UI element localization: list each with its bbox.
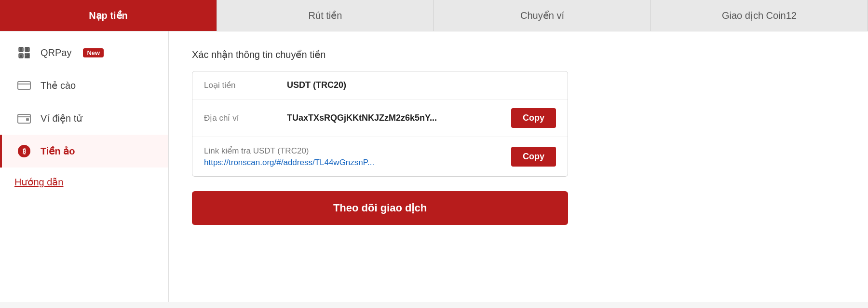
link-row: Link kiểm tra USDT (TRC20) https://trons… xyxy=(192,137,568,176)
svg-rect-7 xyxy=(25,54,26,55)
main-layout: QRPay New Thẻ cào Ví điện tử xyxy=(0,31,868,302)
section-title: Xác nhận thông tin chuyển tiền xyxy=(192,49,845,60)
theo-doi-giao-dich-button[interactable]: Theo dõi giao dịch xyxy=(192,191,568,225)
tronscan-link[interactable]: https://tronscan.org/#/address/TL44wGnzs… xyxy=(204,158,505,168)
wallet-icon xyxy=(16,111,32,126)
sidebar: QRPay New Thẻ cào Ví điện tử xyxy=(0,31,169,302)
svg-rect-4 xyxy=(27,49,28,51)
crypto-icon: ₿ xyxy=(16,143,32,159)
svg-text:₿: ₿ xyxy=(23,147,26,155)
tab-chuyen-vi[interactable]: Chuyển ví xyxy=(434,0,651,31)
sidebar-item-the-cao[interactable]: Thẻ cào xyxy=(0,69,168,102)
loai-tien-value: USDT (TRC20) xyxy=(287,80,556,90)
sidebar-vi-dien-tu-label: Ví điện tử xyxy=(41,112,82,124)
link-label: Link kiểm tra USDT (TRC20) xyxy=(204,146,505,156)
svg-rect-10 xyxy=(27,56,29,58)
link-content: Link kiểm tra USDT (TRC20) https://trons… xyxy=(204,146,505,168)
tab-giao-dich-coin12[interactable]: Giao dịch Coin12 xyxy=(651,0,868,31)
tab-bar: Nạp tiền Rút tiền Chuyển ví Giao dịch Co… xyxy=(0,0,868,31)
sidebar-qrpay-label: QRPay xyxy=(41,47,71,58)
qrpay-icon xyxy=(16,45,32,60)
svg-rect-5 xyxy=(20,55,22,57)
info-card: Loại tiền USDT (TRC20) Địa chỉ ví TUaxTX… xyxy=(192,71,568,177)
tab-nap-tien[interactable]: Nạp tiền xyxy=(0,0,217,31)
dia-chi-row: Địa chỉ ví TUaxTXsRQGjKKtNKJZzM2z6k5nY..… xyxy=(192,99,568,137)
card-icon xyxy=(16,78,32,93)
svg-rect-8 xyxy=(27,54,29,56)
svg-rect-9 xyxy=(25,56,27,58)
loai-tien-row: Loại tiền USDT (TRC20) xyxy=(192,71,568,99)
copy-link-button[interactable]: Copy xyxy=(511,147,556,167)
svg-rect-11 xyxy=(18,82,30,89)
content-area: Xác nhận thông tin chuyển tiền Loại tiền… xyxy=(169,31,868,302)
sidebar-item-qrpay[interactable]: QRPay New xyxy=(0,36,168,69)
svg-rect-14 xyxy=(26,118,29,121)
sidebar-tien-ao-label: Tiền ảo xyxy=(41,145,75,157)
svg-rect-3 xyxy=(20,49,22,51)
tab-rut-tien[interactable]: Rút tiền xyxy=(217,0,434,31)
sidebar-huong-dan-link[interactable]: Hướng dẫn xyxy=(0,168,168,196)
copy-address-button[interactable]: Copy xyxy=(511,108,556,128)
sidebar-the-cao-label: Thẻ cào xyxy=(41,80,76,91)
loai-tien-label: Loại tiền xyxy=(204,80,281,90)
sidebar-item-tien-ao[interactable]: ₿ Tiền ảo xyxy=(0,135,168,168)
dia-chi-value: TUaxTXsRQGjKKtNKJZzM2z6k5nY... xyxy=(287,113,505,123)
dia-chi-label: Địa chỉ ví xyxy=(204,113,281,123)
sidebar-item-vi-dien-tu[interactable]: Ví điện tử xyxy=(0,102,168,135)
new-badge: New xyxy=(83,48,104,57)
